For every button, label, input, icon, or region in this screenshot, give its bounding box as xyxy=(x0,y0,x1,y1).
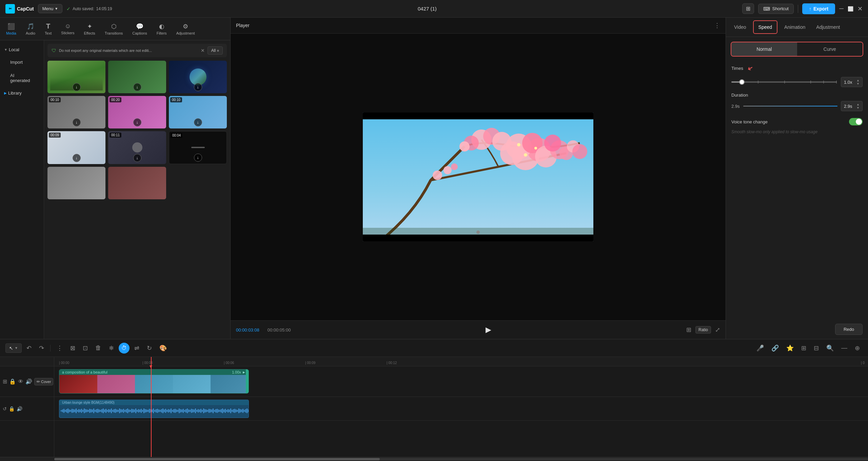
timeline-scrollbar[interactable] xyxy=(0,457,868,461)
sidebar-local-section[interactable]: ▼ Local xyxy=(0,44,44,55)
duration-arrows[interactable]: ▲▼ xyxy=(856,103,860,109)
sidebar-item-ai-generated[interactable]: AI generated xyxy=(2,69,42,86)
tool-effects[interactable]: ✦ Effects xyxy=(79,21,100,37)
sidebar-library-section[interactable]: ▶ Library xyxy=(0,88,44,98)
times-slider-thumb[interactable] xyxy=(739,79,745,85)
media-thumb-6[interactable]: 00:10 ↓ xyxy=(169,96,227,128)
tool-text[interactable]: T Text xyxy=(40,20,56,37)
notice-text: Do not export any original materials whi… xyxy=(59,48,198,53)
media-thumb-10[interactable] xyxy=(47,167,105,199)
effects-label: Effects xyxy=(84,31,95,35)
menu-button[interactable]: Menu ▼ xyxy=(38,4,62,13)
cover-button[interactable]: ✏ Cover xyxy=(34,378,53,385)
auto-caption-button[interactable]: ⊞ xyxy=(798,343,809,353)
voice-tone-toggle[interactable] xyxy=(849,118,863,125)
media-thumb-3[interactable]: ↓ xyxy=(169,61,227,93)
zoom-slider-button[interactable]: — xyxy=(839,343,850,353)
rotate-button[interactable]: ↻ xyxy=(144,343,155,353)
redo-button[interactable]: Redo xyxy=(835,324,863,335)
media-notice-bar: 🛡 Do not export any original materials w… xyxy=(47,44,227,57)
media-thumb-9[interactable]: 00:04 ↓ xyxy=(169,131,227,164)
download-icon-7[interactable]: ↓ xyxy=(73,154,81,162)
tool-transitions[interactable]: ⬡ Transitions xyxy=(100,21,127,37)
fit-screen-button[interactable]: ⊞ xyxy=(686,326,691,334)
times-header: Times ➜ xyxy=(731,64,863,72)
media-thumb-1[interactable]: ↓ xyxy=(47,61,105,93)
link-clip-button[interactable]: 🔗 xyxy=(769,343,782,353)
undo-button[interactable]: ↶ xyxy=(24,343,34,353)
microphone-button[interactable]: 🎤 xyxy=(754,343,767,353)
tool-adjustment[interactable]: ⚙ Adjustment xyxy=(172,21,200,37)
tool-captions[interactable]: 💬 Captions xyxy=(127,21,152,37)
sticker-tl-button[interactable]: ⭐ xyxy=(784,343,796,353)
shortcut-button[interactable]: ⌨ Shortcut xyxy=(758,4,793,14)
tool-media[interactable]: ⬛ Media xyxy=(1,21,21,37)
playhead[interactable]: ▼ xyxy=(151,357,152,457)
speed-curve-tab[interactable]: Curve xyxy=(797,42,863,56)
tool-stickers[interactable]: ☺ Stickers xyxy=(56,21,79,37)
fullscreen-button[interactable]: ⤢ xyxy=(715,326,720,334)
export-button[interactable]: ↑ Export xyxy=(802,3,835,14)
split-button[interactable]: ⋮ xyxy=(54,343,65,353)
tab-speed[interactable]: Speed xyxy=(753,20,777,34)
times-value-arrows[interactable]: ▲▼ xyxy=(856,79,860,85)
layout-button[interactable]: ⊞ xyxy=(742,3,754,14)
audio-volume-button[interactable]: 🔊 xyxy=(17,406,22,412)
delete-button[interactable]: 🗑 xyxy=(93,343,104,353)
media-thumb-7[interactable]: 00:09 ↓ xyxy=(47,131,105,164)
media-thumb-4[interactable]: 00:10 ↓ xyxy=(47,96,105,128)
selection-tool-button[interactable]: ↖ ▼ xyxy=(5,343,22,353)
times-slider-row: 1.0x ▲▼ xyxy=(731,77,863,87)
speed-tl-button[interactable]: ⏱ xyxy=(119,343,130,354)
toolbar: ⬛ Media 🎵 Audio T Text ☺ Stickers ✦ Effe… xyxy=(0,18,230,40)
track-lock-button[interactable]: 🔒 xyxy=(9,378,16,385)
download-icon-4[interactable]: ↓ xyxy=(73,118,81,126)
crop-button[interactable]: ⊡ xyxy=(80,343,91,353)
zoom-out-button[interactable]: 🔍 xyxy=(824,343,836,353)
freeze-button[interactable]: ❄ xyxy=(106,343,117,353)
audio-sync-button[interactable]: ↺ xyxy=(3,406,7,412)
download-icon-9[interactable]: ↓ xyxy=(194,154,202,162)
minimize-button[interactable]: ─ xyxy=(839,5,844,12)
audio-lock-button[interactable]: 🔒 xyxy=(9,406,15,412)
media-thumb-8[interactable]: 00:11 ↓ xyxy=(108,131,166,164)
track-eye-button[interactable]: 👁 xyxy=(18,379,23,385)
download-icon-8[interactable]: ↓ xyxy=(133,154,141,162)
media-thumb-5[interactable]: 00:20 ↓ xyxy=(108,96,166,128)
track-layer-button[interactable]: ⊞ xyxy=(3,378,7,385)
tab-animation[interactable]: Animation xyxy=(779,20,811,35)
download-icon-6[interactable]: ↓ xyxy=(194,118,202,126)
zoom-in-button[interactable]: ⊕ xyxy=(852,343,863,353)
play-button[interactable]: ▶ xyxy=(483,324,494,336)
clip-right-handle[interactable] xyxy=(246,369,249,393)
clip-thumb-5 xyxy=(211,375,249,393)
split-screen-button[interactable]: ⊟ xyxy=(811,343,822,353)
ratio-button[interactable]: Ratio xyxy=(695,326,711,334)
svg-point-13 xyxy=(459,141,470,152)
redo-tl-button[interactable]: ↷ xyxy=(36,343,47,353)
download-icon-2[interactable]: ↓ xyxy=(133,83,141,91)
download-icon-5[interactable]: ↓ xyxy=(133,118,141,126)
video-clip[interactable]: a composition of a beautiful 1.00x ► xyxy=(59,369,249,394)
media-thumb-11[interactable] xyxy=(108,167,166,199)
sidebar-item-import[interactable]: Import xyxy=(2,56,42,68)
tool-filters[interactable]: ◐ Filters xyxy=(152,21,172,37)
tab-video[interactable]: Video xyxy=(729,20,752,35)
mirror-button[interactable]: ⇌ xyxy=(132,343,142,353)
download-icon-1[interactable]: ↓ xyxy=(73,83,81,91)
player-menu-button[interactable]: ⋮ xyxy=(714,22,720,29)
download-icon-3[interactable]: ↓ xyxy=(194,83,202,91)
audio-clip[interactable]: Urban lounge style BGM(1148490) (functio… xyxy=(59,400,249,418)
all-filter-button[interactable]: All ≡ xyxy=(208,46,223,55)
close-button[interactable]: ✕ xyxy=(857,5,863,13)
media-thumb-2[interactable]: ↓ xyxy=(108,61,166,93)
color-match-button[interactable]: 🎨 xyxy=(157,343,170,353)
speed-normal-tab[interactable]: Normal xyxy=(731,42,797,56)
maximize-button[interactable]: ⬜ xyxy=(848,6,853,12)
video-track-controls: ⊞ 🔒 👁 🔊 ✏ Cover xyxy=(0,366,54,397)
tab-adjustment[interactable]: Adjustment xyxy=(811,20,845,35)
track-audio-button[interactable]: 🔊 xyxy=(25,378,32,385)
detach-audio-button[interactable]: ⊠ xyxy=(67,343,78,353)
close-notice-button[interactable]: ✕ xyxy=(201,48,205,53)
tool-audio[interactable]: 🎵 Audio xyxy=(21,21,40,37)
